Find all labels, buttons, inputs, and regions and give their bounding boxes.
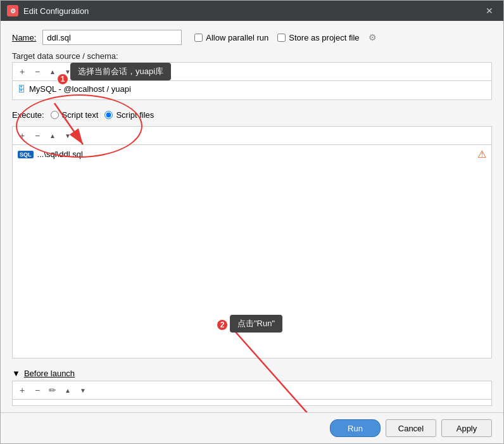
down-datasource-btn[interactable]: ▼ [61, 65, 75, 79]
allow-parallel-label[interactable]: Allow parallel run [194, 33, 268, 42]
add-datasource-btn[interactable]: + [15, 65, 29, 79]
script-text-radio[interactable] [51, 111, 59, 119]
before-launch-section: ▼ Before launch + − ✏ ▲ ▼ [12, 369, 492, 406]
down-script-btn[interactable]: ▼ [61, 129, 75, 143]
allow-parallel-checkbox[interactable] [194, 34, 203, 42]
script-files-label[interactable]: Script files [104, 110, 154, 120]
before-launch-box: + − ✏ ▲ ▼ [12, 381, 492, 406]
datasource-text: MySQL - @localhost / yuapi [29, 84, 131, 94]
up-script-btn[interactable]: ▲ [46, 129, 60, 143]
db-icon: 🗄 [18, 85, 25, 94]
title-bar: ⚙ Edit Configuration ✕ [1, 1, 503, 21]
add-script-btn[interactable]: + [15, 129, 29, 143]
name-options: Allow parallel run Store as project file… [194, 32, 376, 42]
up-datasource-btn[interactable]: ▲ [46, 65, 60, 79]
remove-launch-btn[interactable]: − [30, 383, 44, 397]
close-button[interactable]: ✕ [482, 4, 497, 17]
run-button[interactable]: Run [330, 419, 381, 437]
store-project-checkbox[interactable] [277, 34, 286, 42]
target-label: Target data source / schema: [12, 51, 492, 61]
before-launch-header: ▼ Before launch [12, 369, 492, 378]
collapse-icon[interactable]: ▼ [12, 369, 20, 378]
scripts-box: + − ▲ ▼ SQL ...\sql\ddl.sql ⚠ [12, 126, 492, 358]
clock-datasource-btn[interactable]: 🕐 [76, 65, 90, 79]
dialog-footer: Run Cancel Apply [1, 412, 503, 443]
down-launch-btn[interactable]: ▼ [76, 383, 90, 397]
execute-row: Execute: Script text Script files [12, 110, 492, 120]
script-files-radio[interactable] [104, 111, 113, 119]
datasource-box: + − ▲ ▼ 🕐 🗄 MySQL - @localhost / yuapi [12, 62, 492, 100]
name-input[interactable] [42, 30, 182, 45]
script-item[interactable]: SQL ...\sql\ddl.sql ⚠ [13, 145, 491, 163]
edit-launch-btn[interactable]: ✏ [46, 383, 60, 397]
name-label: Name: [12, 33, 36, 42]
store-project-label[interactable]: Store as project file [277, 33, 359, 42]
script-path: ...\sql\ddl.sql [37, 149, 83, 159]
dialog-body: Name: Allow parallel run Store as projec… [1, 21, 503, 412]
sql-icon: SQL [18, 151, 34, 158]
remove-datasource-btn[interactable]: − [30, 65, 44, 79]
gear-icon[interactable]: ⚙ [369, 32, 377, 42]
before-launch-label: Before launch [24, 369, 75, 378]
target-section: Target data source / schema: + − ▲ ▼ 🕐 🗄… [12, 51, 492, 100]
warning-icon: ⚠ [477, 148, 486, 160]
scripts-toolbar: + − ▲ ▼ [13, 127, 491, 145]
datasource-item[interactable]: 🗄 MySQL - @localhost / yuapi [13, 81, 491, 97]
name-row: Name: Allow parallel run Store as projec… [12, 30, 492, 45]
remove-script-btn[interactable]: − [30, 129, 44, 143]
before-launch-toolbar: + − ✏ ▲ ▼ [13, 381, 491, 400]
cancel-button[interactable]: Cancel [386, 419, 436, 437]
edit-configuration-dialog: ⚙ Edit Configuration ✕ Name: Allow paral… [0, 0, 504, 444]
dialog-title: Edit Configuration [23, 6, 89, 16]
execute-label: Execute: [12, 110, 44, 120]
title-bar-left: ⚙ Edit Configuration [7, 5, 89, 16]
add-launch-btn[interactable]: + [15, 383, 29, 397]
script-text-label[interactable]: Script text [51, 110, 99, 120]
dialog-icon: ⚙ [7, 5, 18, 16]
up-launch-btn[interactable]: ▲ [61, 383, 75, 397]
apply-button[interactable]: Apply [441, 419, 492, 437]
datasource-toolbar: + − ▲ ▼ 🕐 [13, 63, 491, 81]
